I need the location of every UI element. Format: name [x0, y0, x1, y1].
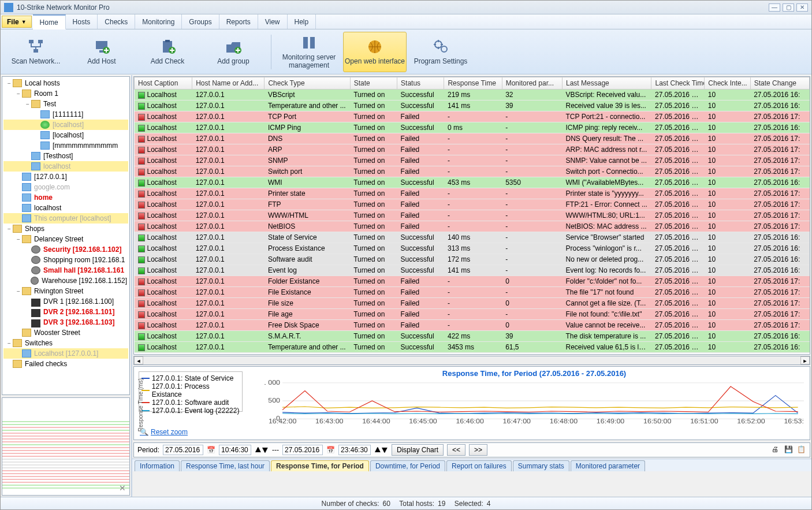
bottom-tab[interactable]: Response Time, last hour [181, 460, 270, 471]
tree-toggle-icon[interactable]: − [15, 288, 22, 295]
table-row[interactable]: Localhost127.0.0.1Folder ExistanceTurned… [135, 276, 810, 287]
table-row[interactable]: Localhost127.0.0.1WMITurned onSuccessful… [135, 177, 810, 188]
tree-item[interactable]: [Testhost] [3, 151, 128, 161]
tree-item[interactable]: Localhost [127.0.0.1] [3, 348, 128, 359]
tree-item[interactable]: −Shops [3, 224, 128, 234]
host-tree[interactable]: −Local hosts−Room 1−Test[1111111][localh… [2, 76, 130, 395]
horizontal-scrollbar[interactable]: ◄ ► [133, 356, 810, 365]
tree-item[interactable]: localhost [3, 161, 128, 172]
column-header[interactable]: Host Caption [135, 77, 192, 90]
table-row[interactable]: Localhost127.0.0.1SNMPTurned onFailed--S… [135, 155, 810, 166]
tree-item[interactable]: −Test [3, 99, 128, 109]
tab-groups[interactable]: Groups [182, 14, 219, 29]
prev-period-button[interactable]: << [447, 444, 465, 456]
tree-item[interactable]: localhost [3, 203, 128, 213]
table-row[interactable]: Localhost127.0.0.1TCP PortTurned onFaile… [135, 111, 810, 122]
table-row[interactable]: Localhost127.0.0.1File ageTurned onFaile… [135, 309, 810, 320]
table-row[interactable]: Localhost127.0.0.1ARPTurned onFailed--AR… [135, 144, 810, 155]
table-row[interactable]: Localhost127.0.0.1S.M.A.R.T.Turned onSuc… [135, 331, 810, 342]
save-icon[interactable]: 💾 [784, 445, 794, 455]
tree-item[interactable]: [127.0.0.1] [3, 172, 128, 182]
table-row[interactable]: Localhost127.0.0.1Switch portTurned onFa… [135, 166, 810, 177]
table-row[interactable]: Localhost127.0.0.1Event logTurned onSucc… [135, 265, 810, 276]
tree-item[interactable]: [localhost] [3, 130, 128, 140]
tree-item[interactable]: DVR 2 [192.168.1.101] [3, 307, 128, 317]
copy-icon[interactable]: 📋 [797, 445, 806, 455]
add-host-button[interactable]: Add Host [70, 32, 133, 72]
tree-toggle-icon[interactable]: − [6, 340, 13, 347]
bottom-tab[interactable]: Response Time, for Period [271, 460, 369, 471]
tab-hosts[interactable]: Hosts [66, 14, 98, 29]
minimize-button[interactable]: — [769, 3, 780, 12]
tree-item[interactable]: [localhost] [3, 120, 128, 130]
bottom-tab[interactable]: Information [135, 460, 180, 471]
column-header[interactable]: State [350, 77, 397, 90]
table-row[interactable]: Localhost127.0.0.1FTPTurned onFailed--FT… [135, 199, 810, 210]
display-chart-button[interactable]: Display Chart [392, 444, 444, 456]
tree-item[interactable]: This computer [localhost] [3, 213, 128, 224]
table-row[interactable]: Localhost127.0.0.1ICMP PingTurned onSucc… [135, 122, 810, 133]
table-row[interactable]: Localhost127.0.0.1Printer stateTurned on… [135, 188, 810, 199]
column-header[interactable]: Host Name or Add... [192, 77, 265, 90]
tab-help[interactable]: Help [288, 14, 316, 29]
table-row[interactable]: Localhost127.0.0.1DNSTurned onFailed--DN… [135, 133, 810, 144]
tree-toggle-icon[interactable]: − [6, 226, 13, 232]
table-row[interactable]: Localhost127.0.0.1Temperature and other … [135, 342, 810, 353]
monitoring-server-button[interactable]: Monitoring server management [277, 32, 341, 72]
from-date-input[interactable] [163, 445, 203, 455]
column-header[interactable]: Last Message [563, 77, 651, 90]
tree-toggle-icon[interactable]: − [6, 80, 13, 87]
tree-toggle-icon[interactable]: − [24, 101, 31, 107]
tree-toggle-icon[interactable]: − [15, 91, 22, 97]
table-row[interactable]: Localhost127.0.0.1Process ExistanceTurne… [135, 243, 810, 254]
table-row[interactable]: Localhost127.0.0.1File ExistanceTurned o… [135, 287, 810, 298]
column-header[interactable]: Response Time [444, 77, 502, 90]
tree-item[interactable]: home [3, 192, 128, 203]
print-icon[interactable]: 🖨 [772, 445, 781, 455]
column-header[interactable]: Check Inte... [705, 77, 750, 90]
tree-item[interactable]: Failed checks [3, 359, 128, 369]
tree-item[interactable]: −Delancey Street [3, 234, 128, 244]
tab-view[interactable]: View [258, 14, 288, 29]
column-header[interactable]: Monitored par... [502, 77, 562, 90]
tree-item[interactable]: Security [192.168.1.102] [3, 244, 128, 255]
bottom-tab[interactable]: Summary stats [513, 460, 569, 471]
tree-item[interactable]: [mmmmmmmmmmm [3, 140, 128, 151]
bottom-tab[interactable]: Report on failures [446, 460, 512, 471]
add-check-button[interactable]: Add Check [136, 32, 199, 72]
column-header[interactable]: Last Check Time [651, 77, 705, 90]
maximize-button[interactable]: ▢ [783, 3, 794, 12]
bottom-tab[interactable]: Downtime, for Period [370, 460, 445, 471]
table-row[interactable]: Localhost127.0.0.1Software auditTurned o… [135, 254, 810, 265]
calendar-icon[interactable]: 📅 [207, 446, 215, 454]
column-header[interactable]: Status [397, 77, 444, 90]
tab-home[interactable]: Home [33, 14, 66, 29]
open-web-button[interactable]: Open web interface [343, 32, 407, 72]
table-row[interactable]: Localhost127.0.0.1NetBIOSTurned onFailed… [135, 221, 810, 232]
table-row[interactable]: Localhost127.0.0.1VBScriptTurned onSucce… [135, 90, 810, 100]
tree-item[interactable]: −Room 1 [3, 88, 128, 99]
tree-item[interactable]: −Local hosts [3, 78, 128, 88]
table-row[interactable]: Localhost127.0.0.1Free Disk SpaceTurned … [135, 320, 810, 331]
tree-item[interactable]: DVR 3 [192.168.1.103] [3, 317, 128, 327]
tree-item[interactable]: Warehouse [192.168.1.152] [3, 276, 128, 286]
scroll-left-icon[interactable]: ◄ [134, 356, 143, 364]
stepper-icon[interactable]: ⯅⯆ [374, 446, 388, 454]
table-row[interactable]: Localhost127.0.0.1WWW/HTMLTurned onFaile… [135, 210, 810, 221]
scroll-right-icon[interactable]: ► [800, 356, 810, 364]
column-header[interactable]: Check Type [265, 77, 350, 90]
tree-item[interactable]: google.com [3, 182, 128, 192]
tree-item[interactable]: −Rivington Street [3, 286, 128, 296]
tree-toggle-icon[interactable]: − [15, 236, 22, 243]
tab-reports[interactable]: Reports [219, 14, 258, 29]
program-settings-button[interactable]: Program Settings [409, 32, 472, 72]
table-row[interactable]: Localhost127.0.0.1State of ServiceTurned… [135, 232, 810, 243]
stepper-icon[interactable]: ⯅⯆ [255, 446, 269, 454]
tree-item[interactable]: DVR 1 [192.168.1.100] [3, 296, 128, 307]
to-date-input[interactable] [282, 445, 323, 455]
tree-item[interactable]: [1111111] [3, 109, 128, 120]
to-time-input[interactable] [338, 445, 371, 455]
file-menu-button[interactable]: File▼ [2, 16, 32, 28]
tab-monitoring[interactable]: Monitoring [135, 14, 182, 29]
bottom-tab[interactable]: Monitored parameter [571, 460, 645, 471]
